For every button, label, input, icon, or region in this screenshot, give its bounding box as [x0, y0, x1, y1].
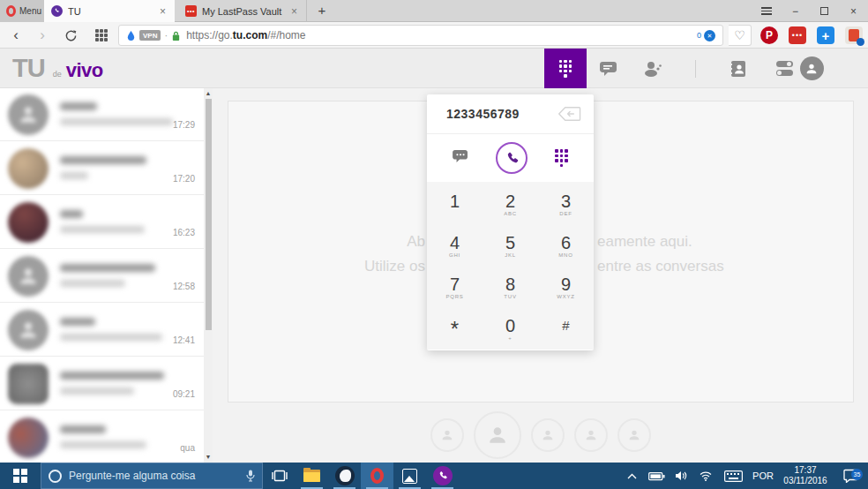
forward-button[interactable]: ›	[32, 22, 53, 49]
sidebar-scrollbar[interactable]: ▲ ▼	[204, 88, 213, 463]
dialpad-key-star[interactable]: *	[427, 308, 483, 350]
touch-keyboard-button[interactable]	[718, 470, 748, 482]
logo-tu-text: TU	[12, 54, 45, 83]
vpn-drop-icon[interactable]	[126, 30, 136, 41]
cortana-search-box[interactable]	[41, 463, 263, 489]
dialpad-mode-button[interactable]	[555, 149, 568, 167]
dialpad-key-1[interactable]: 1	[427, 184, 483, 225]
network-icon[interactable]	[693, 470, 718, 481]
chat-list-item[interactable]: qua	[0, 411, 204, 463]
add-contact-button[interactable]	[640, 49, 665, 88]
vpn-badge[interactable]: VPN	[139, 30, 161, 41]
opera-browser-button[interactable]	[361, 463, 393, 489]
logo-de-text: de	[53, 70, 62, 79]
pinterest-extension-icon[interactable]: P	[760, 26, 778, 44]
url-field[interactable]: VPN · https://go.tu.com/#/home 0 ✕	[118, 25, 723, 46]
action-center-button[interactable]: 35	[833, 469, 868, 483]
profile-avatar-icon	[800, 56, 824, 80]
backspace-icon[interactable]	[557, 106, 581, 122]
chat-list-item[interactable]: 12:58	[0, 250, 204, 303]
scroll-down-icon[interactable]: ▼	[204, 452, 213, 463]
microphone-icon[interactable]	[246, 470, 255, 482]
tu-phone-app-button[interactable]	[426, 463, 459, 489]
restore-button[interactable]	[810, 0, 839, 22]
language-indicator[interactable]: POR	[748, 470, 778, 481]
chat-list-item[interactable]: 12:41	[0, 304, 204, 357]
contact-shortcut[interactable]	[574, 418, 608, 452]
tab-close-icon[interactable]: ×	[289, 5, 299, 18]
dialpad-key-6[interactable]: 6MNO	[538, 225, 594, 267]
photos-app-button[interactable]	[393, 463, 426, 489]
dialpad-key-hash[interactable]: #	[538, 308, 594, 350]
extension-with-badge-icon[interactable]	[845, 26, 863, 44]
dialpad-key-3[interactable]: 3DEF	[538, 184, 594, 225]
contacts-book-button[interactable]	[726, 49, 751, 88]
notification-badge: 35	[851, 469, 863, 480]
chat-list-item[interactable]: 17:20	[0, 142, 204, 195]
contact-shortcut[interactable]	[531, 418, 565, 452]
chat-list-item[interactable]: 17:29	[0, 88, 204, 141]
new-tab-button[interactable]: +	[313, 3, 331, 19]
contact-avatar	[8, 148, 49, 189]
dialpad-key-7[interactable]: 7PQRS	[427, 267, 483, 308]
clock[interactable]: 17:37 03/11/2016	[778, 465, 833, 486]
close-button[interactable]: ×	[839, 0, 868, 22]
chat-list-item[interactable]: 09:21	[0, 357, 204, 410]
dialpad-key-8[interactable]: 8TUV	[483, 267, 538, 308]
dialpad-key-5[interactable]: 5JKL	[483, 225, 538, 267]
call-mode-button[interactable]	[496, 142, 528, 174]
add-contact-icon	[643, 60, 662, 77]
battery-status-icon[interactable]	[644, 471, 669, 481]
dialpad-tab-button[interactable]	[544, 49, 587, 88]
tab-title: My LastPass Vault	[202, 6, 289, 17]
reload-button[interactable]	[60, 22, 81, 49]
contact-shortcut[interactable]	[474, 411, 521, 459]
tab-tu[interactable]: TU ×	[44, 0, 175, 22]
message-mode-button[interactable]	[453, 149, 468, 167]
profile-button[interactable]	[799, 49, 824, 88]
windows-logo-icon	[13, 469, 27, 483]
phone-icon	[505, 151, 520, 166]
keyboard-icon	[724, 470, 743, 482]
redacted-message	[60, 280, 125, 287]
chats-tab-button[interactable]	[596, 49, 621, 88]
settings-button[interactable]	[772, 49, 797, 88]
chat-timestamp: 12:58	[173, 282, 195, 291]
volume-icon[interactable]	[669, 470, 693, 481]
tab-title: TU	[68, 6, 158, 17]
dialpad-key-0[interactable]: 0+	[483, 308, 538, 350]
tu-desktop-app-button[interactable]	[328, 463, 361, 489]
speed-dial-icon[interactable]	[95, 29, 108, 42]
start-button[interactable]	[0, 463, 41, 489]
shield-badge-icon[interactable]: ✕	[704, 30, 715, 41]
dialpad-key-4[interactable]: 4GHI	[427, 225, 483, 267]
redacted-name	[60, 318, 95, 326]
minimize-button[interactable]: −	[781, 0, 810, 22]
dialpad-key-9[interactable]: 9WXYZ	[538, 267, 594, 308]
redacted-name	[60, 102, 97, 110]
back-button[interactable]: ‹	[5, 22, 26, 49]
contact-shortcut[interactable]	[430, 418, 464, 452]
battery-icon	[648, 471, 665, 481]
add-extension-icon[interactable]: +	[817, 26, 834, 44]
chat-list-item[interactable]: 16:23	[0, 196, 204, 249]
wifi-icon	[700, 470, 712, 481]
dialed-number[interactable]: 1233456789	[446, 107, 557, 121]
tab-lastpass[interactable]: ••• My LastPass Vault ×	[178, 0, 307, 22]
show-hidden-icons-button[interactable]	[619, 473, 644, 479]
task-view-button[interactable]	[263, 463, 296, 489]
scroll-up-icon[interactable]: ▲	[204, 88, 213, 99]
search-input[interactable]	[69, 470, 239, 482]
bookmark-heart-icon[interactable]: ♡	[729, 25, 752, 46]
opera-menu-button[interactable]: Menu	[0, 0, 44, 22]
blocked-count: 0	[697, 31, 701, 40]
secure-lock-icon[interactable]	[171, 30, 181, 41]
tab-close-icon[interactable]: ×	[158, 5, 168, 18]
scrollbar-thumb[interactable]	[206, 99, 212, 330]
contact-shortcut[interactable]	[617, 418, 651, 452]
dialpad-key-2[interactable]: 2ABC	[483, 184, 538, 225]
lastpass-extension-icon[interactable]: •••	[789, 26, 806, 44]
browser-customize-icon[interactable]	[752, 0, 781, 22]
dialer-popup: 1233456789 1 2ABC 3DEF 4GHI 5JKL 6MNO 7P…	[427, 94, 594, 350]
file-explorer-button[interactable]	[296, 463, 328, 489]
